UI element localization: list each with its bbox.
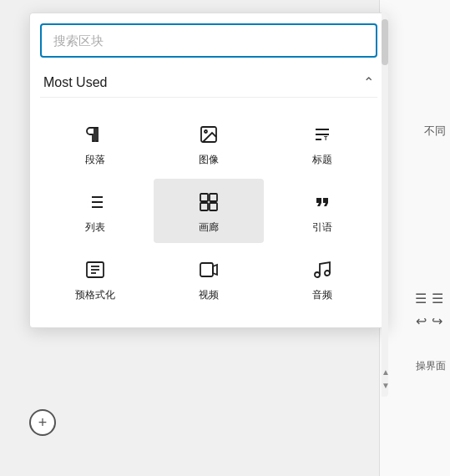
block-label-audio: 音频 bbox=[312, 288, 332, 302]
popup-scrollbar[interactable]: ▲ ▼ bbox=[382, 13, 388, 397]
svg-rect-11 bbox=[200, 203, 208, 210]
scrollbar-thumb bbox=[382, 19, 388, 65]
block-item-list[interactable]: 列表 bbox=[40, 179, 150, 243]
block-item-gallery[interactable]: 画廊 bbox=[154, 179, 264, 243]
right-text-2: 操界面 bbox=[416, 359, 446, 373]
scroll-up-arrow[interactable]: ▲ bbox=[382, 367, 388, 377]
block-item-heading[interactable]: T 标题 bbox=[267, 111, 377, 175]
block-item-preformatted[interactable]: 预格式化 bbox=[40, 246, 150, 311]
block-label-heading: 标题 bbox=[312, 153, 332, 167]
search-input[interactable] bbox=[40, 23, 377, 58]
section-title: Most Used bbox=[43, 75, 107, 90]
undo-icon[interactable]: ↩ bbox=[416, 313, 427, 329]
image-icon bbox=[199, 123, 219, 146]
svg-point-19 bbox=[325, 271, 330, 276]
preformatted-icon bbox=[85, 258, 105, 281]
block-item-audio[interactable]: 音频 bbox=[267, 246, 377, 311]
block-item-image[interactable]: 图像 bbox=[154, 111, 264, 175]
popup-panel: Most Used ⌃ 段落 图像 T 标题 列表 画廊 bbox=[29, 13, 388, 328]
svg-text:T: T bbox=[324, 135, 328, 141]
block-label-video: 视频 bbox=[199, 288, 219, 302]
right-panel: 不同 ☰ ☰ ↩ ↪ 操界面 bbox=[379, 0, 450, 476]
heading-icon: T bbox=[312, 123, 332, 146]
svg-point-18 bbox=[315, 272, 320, 277]
block-item-video[interactable]: 视频 bbox=[154, 246, 264, 311]
right-icons: ☰ ☰ ↩ ↪ bbox=[415, 291, 443, 329]
block-item-paragraph[interactable]: 段落 bbox=[40, 111, 150, 175]
redo-icon[interactable]: ↪ bbox=[432, 313, 442, 329]
block-label-quote: 引语 bbox=[312, 220, 332, 235]
block-label-paragraph: 段落 bbox=[85, 153, 105, 167]
block-label-image: 图像 bbox=[199, 153, 219, 167]
svg-rect-17 bbox=[200, 263, 213, 276]
section-header: Most Used ⌃ bbox=[40, 68, 377, 98]
right-icon-row-1: ☰ ☰ bbox=[415, 291, 443, 306]
svg-rect-9 bbox=[200, 194, 208, 201]
video-icon bbox=[199, 258, 219, 281]
quote-icon bbox=[312, 190, 332, 214]
block-label-list: 列表 bbox=[85, 220, 105, 235]
block-label-gallery: 画廊 bbox=[199, 220, 219, 235]
paragraph-icon bbox=[85, 123, 105, 146]
block-label-preformatted: 预格式化 bbox=[75, 288, 115, 302]
right-icon-row-2: ↩ ↪ bbox=[416, 313, 442, 329]
blocks-grid: 段落 图像 T 标题 列表 画廊 引语 预格式化 bbox=[40, 104, 377, 317]
svg-rect-10 bbox=[210, 194, 217, 201]
chevron-up-icon[interactable]: ⌃ bbox=[363, 74, 374, 90]
page-wrapper: 不同 ☰ ☰ ↩ ↪ 操界面 Most Used ⌃ 段落 bbox=[0, 0, 450, 476]
block-item-quote[interactable]: 引语 bbox=[267, 179, 377, 243]
right-text-1: 不同 bbox=[424, 124, 446, 139]
plus-icon: + bbox=[38, 414, 48, 432]
add-block-button[interactable]: + bbox=[29, 409, 56, 436]
gallery-icon bbox=[199, 190, 219, 214]
audio-icon bbox=[312, 258, 332, 281]
svg-point-1 bbox=[205, 130, 207, 133]
svg-rect-12 bbox=[210, 203, 217, 210]
list-icon bbox=[85, 190, 105, 214]
align-left-icon[interactable]: ☰ bbox=[432, 291, 443, 306]
align-right-icon[interactable]: ☰ bbox=[415, 291, 427, 306]
scroll-down-arrow[interactable]: ▼ bbox=[382, 381, 388, 390]
